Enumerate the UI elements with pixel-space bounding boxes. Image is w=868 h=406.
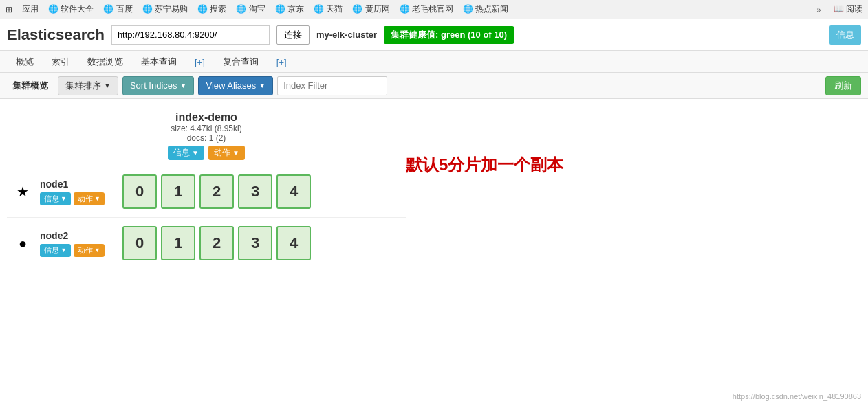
node-icon-node2: ● [12, 236, 33, 251]
shard-node2-0[interactable]: 0 [122, 226, 157, 260]
node-row-node1: ★node1信息▼动作▼01234 [7, 166, 406, 218]
sort-indices-button[interactable]: Sort Indices ▼ [122, 76, 195, 95]
bookmark-item-huangli[interactable]: 🌐 黄历网 [352, 3, 389, 15]
index-header: index-demo size: 4.47ki (8.95ki) docs: 1… [7, 106, 406, 166]
bookmark-item-taobao[interactable]: 🌐 淘宝 [236, 3, 265, 15]
app-title: Elasticsearch [7, 26, 105, 44]
refresh-button[interactable]: 刷新 [825, 76, 861, 95]
tab-basic-query[interactable]: 基本查询 [132, 51, 186, 72]
node-info-button-node2[interactable]: 信息▼ [40, 244, 71, 257]
index-size: size: 4.47ki (8.95ki) [7, 124, 406, 133]
annotation-text: 默认5分片加一个副本 [406, 154, 563, 176]
index-filter-input[interactable] [277, 76, 387, 95]
reading-mode-icon[interactable]: 📖 阅读 [834, 3, 862, 15]
index-action-caret-icon: ▼ [232, 149, 239, 157]
shard-node2-3[interactable]: 3 [238, 226, 272, 260]
cluster-overview-label: 集群概览 [7, 77, 54, 95]
node-buttons-node1: 信息▼动作▼ [40, 192, 116, 205]
node-action-button-node1[interactable]: 动作▼ [74, 192, 105, 205]
node-info-node2: node2信息▼动作▼ [40, 230, 116, 257]
index-action-button[interactable]: 动作 ▼ [208, 146, 245, 160]
view-aliases-button[interactable]: View Aliases ▼ [198, 76, 273, 95]
shards-container-node2: 01234 [122, 226, 311, 260]
cluster-sort-caret-icon: ▼ [104, 82, 111, 89]
bookmark-item-software[interactable]: 🌐 软件大全 [48, 3, 94, 15]
cluster-health-badge: 集群健康值: green (10 of 10) [384, 26, 514, 44]
bookmark-item-search[interactable]: 🌐 搜索 [197, 3, 226, 15]
node-action-label-node2: 动作 [78, 245, 93, 256]
tab-overview[interactable]: 概览 [7, 51, 43, 72]
index-docs: docs: 1 (2) [7, 133, 406, 143]
bookmark-item-jd[interactable]: 🌐 京东 [275, 3, 304, 15]
node-rows-container: ★node1信息▼动作▼01234●node2信息▼动作▼01234 [7, 166, 406, 269]
shard-node1-3[interactable]: 3 [238, 174, 272, 209]
node-buttons-node2: 信息▼动作▼ [40, 244, 116, 257]
bookmark-item-baidu[interactable]: 🌐 百度 [103, 3, 132, 15]
node-action-caret-node2: ▼ [94, 247, 100, 253]
index-actions: 信息 ▼ 动作 ▼ [7, 146, 406, 160]
index-info-caret-icon: ▼ [192, 149, 199, 157]
app-header: Elasticsearch 连接 my-elk-cluster 集群健康值: g… [0, 19, 868, 51]
node-info-node1: node1信息▼动作▼ [40, 179, 116, 205]
index-info-label: 信息 [173, 147, 190, 159]
node-action-caret-node1: ▼ [94, 195, 100, 202]
tab-complex-add[interactable]: [+] [268, 52, 296, 71]
bookmark-item-news[interactable]: 🌐 热点新闻 [463, 3, 508, 15]
node-row-node2: ●node2信息▼动作▼01234 [7, 218, 406, 269]
node-info-label-node1: 信息 [44, 194, 59, 204]
cluster-sort-label: 集群排序 [65, 80, 101, 92]
shard-node2-1[interactable]: 1 [161, 226, 195, 260]
tab-basic-add[interactable]: [+] [186, 52, 214, 71]
index-info-button[interactable]: 信息 ▼ [168, 146, 204, 160]
shard-node2-2[interactable]: 2 [199, 226, 234, 260]
bookmark-item-laomao[interactable]: 🌐 老毛桃官网 [400, 3, 453, 15]
main-content: index-demo size: 4.47ki (8.95ki) docs: 1… [0, 99, 868, 374]
connect-button[interactable]: 连接 [276, 25, 310, 45]
shard-node1-1[interactable]: 1 [161, 174, 195, 209]
node-info-button-node1[interactable]: 信息▼ [40, 192, 71, 205]
sort-indices-label: Sort Indices [130, 80, 177, 91]
cluster-name: my-elk-cluster [316, 30, 377, 40]
shard-node1-4[interactable]: 4 [276, 174, 311, 209]
cluster-sort-button[interactable]: 集群排序 ▼ [58, 76, 118, 95]
bookmark-more[interactable]: » [817, 5, 821, 14]
node-icon-node1: ★ [12, 183, 33, 200]
tab-index[interactable]: 索引 [43, 51, 78, 72]
bookmark-item-apps[interactable]: 应用 [22, 3, 39, 15]
bookmark-item-suning[interactable]: 🌐 苏宁易购 [142, 3, 188, 15]
shard-node1-2[interactable]: 2 [199, 174, 234, 209]
info-button[interactable]: 信息 [829, 25, 861, 45]
bookmark-bar: ⊞ 应用 🌐 软件大全 🌐 百度 🌐 苏宁易购 🌐 搜索 🌐 淘宝 🌐 京东 🌐… [0, 0, 868, 19]
nav-tabs: 概览 索引 数据浏览 基本查询 [+] 复合查询 [+] [0, 51, 868, 73]
sort-indices-caret-icon: ▼ [180, 82, 187, 89]
url-input[interactable] [111, 25, 270, 45]
node-info-label-node2: 信息 [44, 245, 59, 256]
tab-data-browser[interactable]: 数据浏览 [78, 51, 132, 72]
node-name-node2: node2 [40, 230, 116, 241]
node-info-caret-node2: ▼ [61, 247, 67, 253]
tab-complex-query[interactable]: 复合查询 [214, 51, 268, 72]
index-name: index-demo [7, 111, 406, 124]
shard-node1-0[interactable]: 0 [122, 174, 157, 209]
index-action-label: 动作 [214, 147, 230, 159]
bookmark-item-tianmao[interactable]: 🌐 天猫 [314, 3, 343, 15]
view-aliases-label: View Aliases [206, 80, 256, 91]
apps-grid-icon[interactable]: ⊞ [6, 5, 12, 14]
node-action-button-node2[interactable]: 动作▼ [74, 244, 105, 257]
shards-container-node1: 01234 [122, 174, 311, 209]
view-aliases-caret-icon: ▼ [259, 82, 265, 89]
shard-node2-4[interactable]: 4 [276, 226, 311, 260]
toolbar: 集群概览 集群排序 ▼ Sort Indices ▼ View Aliases … [0, 73, 868, 99]
node-info-caret-node1: ▼ [61, 195, 67, 202]
node-action-label-node1: 动作 [78, 194, 93, 204]
index-panel: index-demo size: 4.47ki (8.95ki) docs: 1… [7, 106, 406, 367]
node-name-node1: node1 [40, 179, 116, 190]
